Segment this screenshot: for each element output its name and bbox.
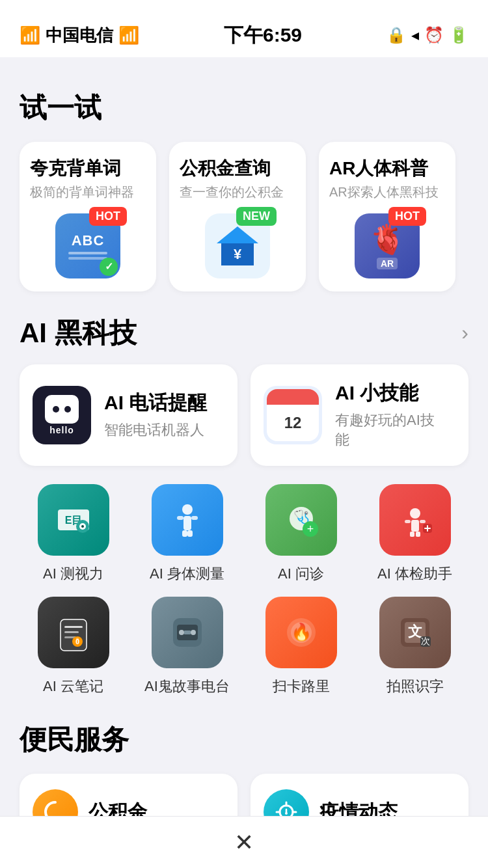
calendar-icon: 12 <box>267 389 319 441</box>
svg-text:0: 0 <box>75 638 79 645</box>
ai-grid: E目 AI 测视力 AI 身体测量 <box>20 484 468 696</box>
svg-rect-19 <box>410 532 414 537</box>
svg-point-33 <box>179 630 184 635</box>
cal-top <box>267 389 319 405</box>
svg-point-5 <box>182 504 193 515</box>
close-button[interactable]: ✕ <box>234 829 254 856</box>
ocr-icon: 文 次 <box>379 597 451 668</box>
try-card-ar[interactable]: AR人体科普 AR探索人体黑科技 HOT 🫀 AR <box>319 142 455 292</box>
svg-rect-9 <box>182 530 187 537</box>
ai-phone-subtitle: 智能电话机器人 <box>104 420 207 441</box>
svg-text:文: 文 <box>408 623 422 640</box>
svg-rect-23 <box>424 528 431 529</box>
svg-point-50 <box>285 812 288 815</box>
svg-rect-8 <box>191 516 198 520</box>
ai-card-skills[interactable]: 12 AI 小技能 有趣好玩的AI技能 <box>251 364 468 467</box>
try-cards-row: 夸克背单词 极简的背单词神器 HOT ABC ✓ 公积金查询 查一查你的公积金 … <box>20 142 468 292</box>
diagnosis-label: AI 问诊 <box>278 565 324 584</box>
robot-eye-left <box>53 406 59 413</box>
ai-large-cards: hello AI 电话提醒 智能电话机器人 12 AI 小技能 有趣好玩的AI技… <box>20 364 468 467</box>
ai-grid-diagnosis[interactable]: 🩺 + AI 问诊 <box>247 484 355 584</box>
try-card-pf-title: 公积金查询 <box>180 157 271 180</box>
battery-icon: 🔋 <box>449 26 468 44</box>
svg-text:+: + <box>306 522 314 536</box>
svg-point-15 <box>410 508 420 519</box>
ai-phone-icon: hello <box>33 386 91 444</box>
ghost-label: AI鬼故事电台 <box>144 677 230 696</box>
house-body: ¥ <box>221 243 254 265</box>
robot-eye-right <box>64 406 71 413</box>
robot-face: hello <box>45 395 79 435</box>
try-card-ar-title: AR人体科普 <box>329 157 428 180</box>
ai-skills-text: AI 小技能 有趣好玩的AI技能 <box>335 380 435 451</box>
ghost-icon <box>152 597 223 668</box>
cal-date: 12 <box>267 405 319 441</box>
svg-rect-35 <box>184 631 191 634</box>
try-card-flashcard[interactable]: 夸克背单词 极简的背单词神器 HOT ABC ✓ <box>20 142 156 292</box>
svg-text:🔥: 🔥 <box>291 621 312 642</box>
try-card-flashcard-title: 夸克背单词 <box>30 157 121 180</box>
svg-rect-6 <box>183 516 191 530</box>
ai-section-arrow[interactable]: › <box>461 321 468 345</box>
checkup-label: AI 体检助手 <box>377 565 452 584</box>
svg-rect-20 <box>416 532 420 537</box>
ai-grid-ocr[interactable]: 文 次 拍照识字 <box>361 597 468 696</box>
svg-rect-25 <box>64 626 83 628</box>
body-label: AI 身体测量 <box>150 565 224 584</box>
svg-rect-24 <box>61 619 87 651</box>
ar-figure-icon: 🫀 <box>370 223 405 256</box>
checkup-icon <box>379 484 451 556</box>
lock-icon: 🔒 <box>386 26 406 44</box>
ai-phone-title: AI 电话提醒 <box>104 390 207 416</box>
public-section-title: 便民服务 <box>20 722 468 758</box>
yen-symbol: ¥ <box>234 246 241 263</box>
ai-skills-title: AI 小技能 <box>335 380 435 407</box>
try-card-providentfund[interactable]: 公积金查询 查一查你的公积金 NEW ¥ <box>169 142 306 292</box>
svg-rect-18 <box>420 520 426 523</box>
svg-point-34 <box>191 630 196 635</box>
ai-grid-calories[interactable]: 🔥 扫卡路里 <box>247 597 355 696</box>
flashcard-badge: HOT <box>89 207 127 226</box>
try-card-ar-icon-wrapper: HOT 🫀 AR <box>355 213 420 278</box>
diagnosis-icon: 🩺 + <box>265 484 337 556</box>
try-card-ar-subtitle: AR探索人体黑科技 <box>329 183 439 200</box>
robot-head <box>45 395 79 424</box>
alarm-icon: ⏰ <box>424 26 444 44</box>
try-card-flashcard-icon-wrapper: HOT ABC ✓ <box>55 213 120 278</box>
ai-grid-vision[interactable]: E目 AI 测视力 <box>20 484 127 584</box>
calories-label: 扫卡路里 <box>273 677 330 696</box>
vision-icon: E目 <box>38 484 109 556</box>
location-icon: ◂ <box>411 26 419 44</box>
svg-rect-16 <box>411 520 419 532</box>
house-roof <box>217 226 258 243</box>
vision-label: AI 测视力 <box>43 565 103 584</box>
ai-phone-text: AI 电话提醒 智能电话机器人 <box>104 390 207 441</box>
hello-text: hello <box>49 425 74 435</box>
try-card-flashcard-subtitle: 极简的背单词神器 <box>30 183 134 200</box>
close-bar: ✕ <box>0 816 488 868</box>
try-card-pf-subtitle: 查一查你的公积金 <box>180 183 284 200</box>
wifi-icon: 📶 <box>118 25 139 46</box>
ai-grid-body[interactable]: AI 身体测量 <box>133 484 241 584</box>
signal-icon: 📶 <box>20 25 40 46</box>
ai-grid-checkup[interactable]: AI 体检助手 <box>361 484 468 584</box>
svg-rect-17 <box>405 520 411 523</box>
time-display: 下午6:59 <box>224 22 302 49</box>
try-section-title: 试一试 <box>20 90 468 126</box>
main-content: 试一试 夸克背单词 极简的背单词神器 HOT ABC ✓ 公积金查询 查一查你的… <box>0 57 488 868</box>
notes-icon: 0 <box>38 597 109 668</box>
body-icon <box>152 484 223 556</box>
ai-grid-ghost[interactable]: AI鬼故事电台 <box>133 597 241 696</box>
carrier-info: 📶 中国电信 📶 <box>20 24 139 47</box>
ai-grid-notes[interactable]: 0 AI 云笔记 <box>20 597 127 696</box>
try-card-pf-icon-wrapper: NEW ¥ <box>205 213 270 278</box>
ar-badge: HOT <box>388 207 426 226</box>
ai-section-title: AI 黑科技 <box>20 315 137 351</box>
ocr-label: 拍照识字 <box>386 677 444 696</box>
battery-info: 🔒 ◂ ⏰ 🔋 <box>386 26 468 44</box>
ai-section-header: AI 黑科技 › <box>20 315 468 351</box>
check-icon: ✓ <box>100 258 118 276</box>
ai-card-phone[interactable]: hello AI 电话提醒 智能电话机器人 <box>20 364 237 467</box>
notes-label: AI 云笔记 <box>43 677 103 696</box>
house-inner: ¥ <box>217 226 258 265</box>
